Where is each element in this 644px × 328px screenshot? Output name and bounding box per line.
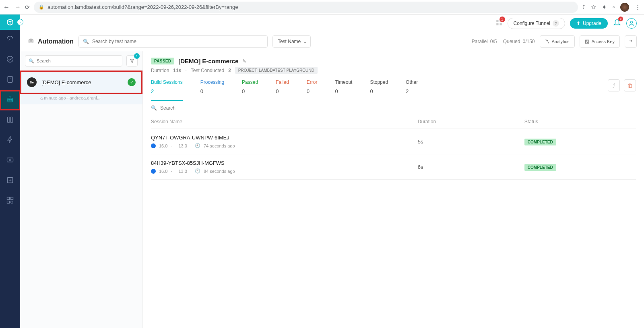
test-name-selector[interactable]: Test Name (272, 35, 311, 48)
tab-processing[interactable]: Processing0 (200, 79, 224, 100)
analytics-icon: 〽 (545, 39, 549, 44)
rail-integrations[interactable] (0, 191, 20, 211)
filter-badge: 1 (134, 53, 140, 59)
tab-passed[interactable]: Passed0 (242, 79, 258, 100)
help-button[interactable]: ? (625, 35, 637, 48)
share-icon[interactable]: ⤴ (582, 4, 585, 10)
svg-rect-11 (11, 197, 13, 200)
back-arrow-icon[interactable]: ← (3, 4, 10, 11)
tab-failed[interactable]: Failed0 (276, 79, 289, 100)
share-icon[interactable]: ⤴ (608, 79, 620, 91)
rail-automation[interactable] (0, 90, 20, 110)
svg-point-8 (9, 159, 11, 161)
clock-icon: 🕘 (195, 143, 200, 148)
session-name: QYN7T-OWGRA-UWNPW-6IMEJ (151, 135, 418, 141)
test-search-box[interactable]: 🔍 (78, 35, 268, 48)
builds-panel: 🔍 1 Se [DEMO] E-commerce ✓ a minute ago … (20, 51, 143, 328)
rail-hyper[interactable] (0, 131, 20, 151)
delete-icon[interactable]: 🗑 (624, 79, 636, 91)
tab-build-sessions[interactable]: Build Sessions2 (151, 79, 183, 101)
conducted-label: Test Conducted (191, 68, 224, 73)
url-bar[interactable]: 🔒 automation.lamdbatest.com/build?&range… (34, 2, 578, 13)
left-nav-rail: › (0, 15, 20, 328)
reload-icon[interactable]: ⟳ (25, 4, 30, 10)
svg-point-13 (11, 201, 13, 203)
rail-dashboard[interactable] (0, 30, 20, 50)
session-search-input[interactable] (160, 105, 241, 111)
apps-grid-icon[interactable]: 1 (495, 19, 503, 28)
access-key-label: Access Key (592, 39, 615, 44)
svg-rect-14 (496, 20, 498, 22)
tab-count: 2 (151, 88, 183, 94)
tab-label: Build Sessions (151, 79, 183, 85)
svg-rect-16 (496, 23, 498, 25)
svg-rect-17 (500, 23, 502, 25)
profile-avatar[interactable] (620, 3, 629, 12)
parallel-label: Parallel (472, 39, 488, 44)
notif-badge: 5 (618, 17, 623, 21)
check-icon: ✓ (128, 78, 136, 86)
session-meta: 16.0·13.0·🕘84 seconds ago (151, 168, 418, 174)
url-text: automation.lamdbatest.com/build?&range=2… (47, 4, 238, 10)
builds-search-box[interactable]: 🔍 (25, 55, 122, 66)
col-duration: Duration (418, 119, 524, 125)
section-title-text: Automation (38, 38, 74, 45)
tab-other[interactable]: Other2 (406, 79, 418, 100)
tab-error[interactable]: Error0 (307, 79, 318, 100)
queued-value: 0/150 (522, 39, 535, 44)
rail-app[interactable] (0, 110, 20, 131)
rail-visual[interactable] (0, 70, 20, 90)
os-version: 13.0 (178, 169, 187, 174)
session-search[interactable]: 🔍 (151, 105, 636, 111)
test-search-input[interactable] (92, 39, 263, 44)
browser-chrome: ← → ⟳ 🔒 automation.lamdbatest.com/build?… (0, 0, 644, 15)
conducted-value: 2 (228, 68, 231, 73)
builds-search-input[interactable] (37, 58, 119, 63)
user-menu-icon[interactable] (626, 18, 637, 29)
tab-timeout[interactable]: Timeout0 (335, 79, 352, 100)
tab-label: Processing (200, 79, 224, 85)
notifications-icon[interactable]: 5 (613, 18, 621, 29)
session-duration: 5s (418, 139, 524, 145)
help-label: ? (630, 39, 632, 44)
star-icon[interactable]: ☆ (591, 4, 596, 11)
detail-panel: PASSED [DEMO] E-commerce ✎ Duration 11s … (143, 51, 644, 328)
session-row[interactable]: 84H39-YBTSX-85SJH-MGFWS16.0·13.0·🕘84 sec… (151, 154, 636, 180)
configure-tunnel-button[interactable]: Configure Tunnel ? (508, 18, 565, 29)
expand-rail-icon[interactable]: › (17, 19, 23, 25)
session-row[interactable]: QYN7T-OWGRA-UWNPW-6IMEJ16.0·13.0·🕘74 sec… (151, 129, 636, 154)
session-name: 84H39-YBTSX-85SJH-MGFWS (151, 160, 418, 166)
extension-icon[interactable]: ✦ (602, 4, 607, 11)
upgrade-arrow-icon: ⬆ (576, 21, 580, 26)
forward-arrow-icon[interactable]: → (14, 4, 21, 11)
panel-icon[interactable]: ▫ (613, 4, 615, 10)
tab-count: 0 (370, 88, 388, 94)
tab-count: 0 (276, 88, 289, 94)
svg-rect-1 (8, 77, 12, 83)
menu-dots-icon[interactable]: ⋮ (635, 4, 641, 11)
svg-point-4 (10, 100, 12, 101)
tunnel-help-icon: ? (553, 20, 559, 27)
analytics-button[interactable]: 〽 Analytics (540, 35, 575, 48)
access-key-button[interactable]: ⚿ Access Key (580, 35, 620, 48)
col-session-name: Session Name (151, 119, 418, 125)
rail-screenshot[interactable] (0, 151, 20, 171)
tab-count: 2 (406, 88, 418, 94)
rail-realtime[interactable] (0, 50, 20, 70)
table-header: Session Name Duration Status (151, 113, 636, 129)
session-time: 74 seconds ago (204, 143, 235, 148)
filter-button[interactable]: 1 (126, 55, 138, 66)
rail-add[interactable] (0, 171, 20, 191)
status-badge: COMPLETED (524, 139, 556, 145)
build-item[interactable]: Se [DEMO] E-commerce ✓ (20, 71, 142, 94)
svg-point-0 (7, 56, 13, 62)
tab-count: 0 (242, 88, 258, 94)
build-meta: a minute ago · andreea.drani... (20, 94, 142, 104)
edit-icon[interactable]: ✎ (242, 58, 246, 64)
brand-logo[interactable]: › (0, 15, 20, 30)
detail-title: [DEMO] E-commerce (178, 58, 238, 64)
upgrade-button[interactable]: ⬆ Upgrade (570, 18, 608, 29)
tab-stopped[interactable]: Stopped0 (370, 79, 388, 100)
status-badge: COMPLETED (524, 164, 556, 171)
col-status: Status (524, 119, 636, 125)
